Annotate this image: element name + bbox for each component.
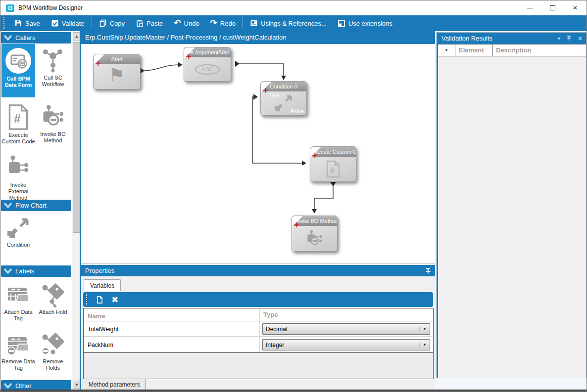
sidebar-item-invoke-bo-method[interactable]: Invoke BO Method bbox=[36, 100, 70, 144]
sidebar-item-remove-data-tag[interactable]: Remove Data Tag bbox=[1, 328, 35, 371]
column-header-name[interactable]: Name bbox=[84, 308, 259, 321]
table-row[interactable]: TotalWeight Decimal ▼ bbox=[84, 321, 433, 337]
save-button[interactable]: Save bbox=[9, 15, 46, 31]
filter-dropdown-icon[interactable]: ▼ bbox=[438, 44, 455, 56]
attach-hold-icon bbox=[40, 282, 66, 307]
sidebar-item-call-bpm-data-form[interactable]: Call BPM Data Form bbox=[1, 44, 35, 97]
sidebar-item-invoke-external-method[interactable]: Invoke External Method bbox=[1, 151, 35, 201]
add-condition-icon[interactable]: + bbox=[186, 53, 192, 60]
validation-results-header[interactable]: Validation Results ▾ ✕ bbox=[438, 33, 586, 44]
custom-code-icon: # bbox=[7, 104, 29, 131]
extensions-icon bbox=[338, 19, 345, 27]
pin-icon[interactable] bbox=[425, 267, 431, 274]
properties-tabs: Variables bbox=[81, 276, 435, 291]
validation-results-panel: Validation Results ▾ ✕ ▼ Element Descrip… bbox=[437, 32, 587, 379]
titlebar: BPM Workflow Designer ✕ bbox=[0, 0, 587, 15]
sidebar-item-attach-hold[interactable]: Attach Hold bbox=[36, 278, 70, 315]
sidebar-item-remove-holds[interactable]: Remove Holds bbox=[36, 328, 70, 371]
screen-edge bbox=[0, 390, 587, 392]
sidebar-item-attach-data-tag[interactable]: Attach Data Tag bbox=[1, 278, 35, 322]
node-start[interactable]: Start ⚑ + bbox=[93, 54, 141, 89]
sidebar-item-call-sc-workflow[interactable]: Call SC Workflow bbox=[36, 44, 70, 87]
column-header-type[interactable]: Type bbox=[259, 308, 433, 321]
sidebar-item-condition[interactable]: Condition bbox=[1, 212, 35, 248]
paste-icon bbox=[136, 19, 144, 27]
section-header-flow-chart[interactable]: Flow Chart bbox=[1, 200, 71, 211]
svg-text:#: # bbox=[330, 166, 335, 174]
column-header-element[interactable]: Element bbox=[455, 44, 492, 56]
use-extensions-button[interactable]: Use extensions bbox=[332, 15, 398, 31]
validate-button[interactable]: Validate bbox=[46, 15, 90, 31]
flag-icon: ⚑ bbox=[109, 65, 125, 86]
svg-text:#: # bbox=[14, 112, 21, 125]
new-document-icon bbox=[96, 296, 103, 304]
add-condition-icon[interactable]: + bbox=[95, 60, 101, 67]
usings-icon bbox=[250, 19, 258, 27]
new-variable-button[interactable] bbox=[92, 292, 107, 307]
toolbar-grip[interactable] bbox=[3, 17, 5, 29]
chevron-down-icon[interactable]: ▾ bbox=[558, 36, 560, 41]
section-header-labels[interactable]: Labels bbox=[1, 265, 71, 277]
node-set-argument[interactable]: Set Argument/Vari ABC + bbox=[184, 47, 231, 82]
node-invoke-bo-method[interactable]: Invoke BO Method + bbox=[292, 216, 338, 252]
pin-icon[interactable] bbox=[566, 35, 572, 42]
variables-toolbar: ✖ bbox=[83, 292, 433, 307]
false-port-label: False bbox=[291, 108, 304, 114]
close-button[interactable]: ✕ bbox=[564, 0, 587, 15]
delete-variable-button[interactable]: ✖ bbox=[107, 292, 122, 307]
usings-references-button[interactable]: Usings & References... bbox=[245, 15, 332, 31]
column-header-description[interactable]: Description bbox=[492, 44, 586, 56]
toolbar-separator bbox=[243, 17, 243, 29]
minimize-button[interactable] bbox=[518, 0, 541, 15]
maximize-button[interactable] bbox=[541, 0, 564, 15]
sidebar-item-execute-custom-code[interactable]: # Execute Custom Code bbox=[1, 100, 35, 145]
undo-icon: ↶ bbox=[174, 19, 181, 27]
add-condition-icon[interactable]: + bbox=[262, 87, 269, 94]
bpm-data-form-icon bbox=[5, 47, 32, 74]
tab-method-parameters[interactable]: Method parameters bbox=[83, 379, 146, 391]
add-condition-icon[interactable]: + bbox=[312, 152, 318, 159]
paste-button[interactable]: Paste bbox=[130, 15, 168, 31]
type-dropdown[interactable]: Integer ▼ bbox=[262, 339, 430, 350]
section-header-callers[interactable]: Callers bbox=[1, 32, 71, 44]
variables-table: Name Type TotalWeight Decimal ▼ PackNum … bbox=[83, 308, 434, 379]
bpm-workflow-designer-window: { "window": { "title": "BPM Workflow Des… bbox=[0, 0, 587, 392]
variable-name-cell[interactable]: PackNum bbox=[84, 337, 259, 352]
add-condition-icon[interactable]: + bbox=[294, 221, 300, 228]
sc-workflow-icon bbox=[40, 47, 66, 73]
validation-grid-header: ▼ Element Description bbox=[438, 44, 586, 56]
dropdown-arrow-icon[interactable]: ▼ bbox=[419, 327, 430, 331]
invoke-bo-icon bbox=[40, 104, 66, 130]
copy-button[interactable]: Copy bbox=[94, 15, 130, 31]
toolbar-separator bbox=[92, 17, 92, 29]
remove-holds-icon bbox=[40, 331, 66, 357]
invoke-external-icon bbox=[5, 155, 31, 180]
invoke-bo-icon bbox=[304, 229, 325, 248]
redo-button[interactable]: ↷ Redo bbox=[205, 15, 241, 31]
main-toolbar: Save Validate Copy Paste ↶ Undo ↷ Redo U… bbox=[0, 15, 587, 31]
copy-icon bbox=[99, 19, 107, 27]
workflow-canvas[interactable]: Start ⚑ + Set Argument/Vari ABC + Condit… bbox=[81, 44, 435, 264]
undo-button[interactable]: ↶ Undo bbox=[168, 15, 204, 31]
window-title: BPM Workflow Designer bbox=[18, 4, 83, 11]
close-panel-icon[interactable]: ✕ bbox=[578, 35, 583, 42]
abc-icon: ABC bbox=[195, 64, 220, 75]
table-row[interactable]: PackNum Integer ▼ bbox=[84, 337, 433, 353]
toolbox-sidebar: Callers Call BPM Data Form Call SC Workf… bbox=[0, 31, 72, 392]
properties-header[interactable]: Properties bbox=[81, 265, 435, 276]
true-port-label: True bbox=[269, 93, 279, 98]
chevron-down-icon bbox=[4, 268, 12, 274]
node-condition-0[interactable]: Condition 0 + True False bbox=[260, 81, 307, 116]
tab-variables[interactable]: Variables bbox=[84, 279, 121, 291]
attach-data-tag-icon bbox=[5, 282, 31, 307]
app-logo-icon bbox=[6, 4, 14, 12]
save-icon bbox=[14, 19, 22, 27]
type-dropdown[interactable]: Decimal ▼ bbox=[262, 323, 430, 335]
bottom-margin-strip bbox=[435, 378, 587, 390]
chevron-down-icon bbox=[4, 203, 12, 209]
condition-icon bbox=[5, 216, 31, 240]
toolbar-grip[interactable] bbox=[86, 294, 88, 305]
variable-name-cell[interactable]: TotalWeight bbox=[84, 321, 259, 337]
dropdown-arrow-icon[interactable]: ▼ bbox=[419, 343, 430, 347]
node-execute-custom-code[interactable]: Execute Custom Co # + bbox=[310, 146, 356, 182]
